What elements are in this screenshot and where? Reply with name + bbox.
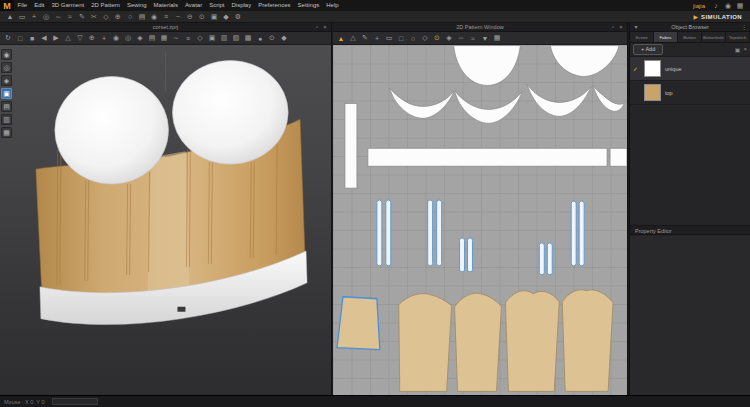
internal-polygon-icon[interactable]: ⊙	[431, 32, 443, 44]
pattern-waistband[interactable]	[368, 148, 607, 166]
pattern-crescent-2[interactable]	[455, 90, 523, 123]
notch-icon[interactable]: ▼	[479, 32, 491, 44]
tab-topstitch[interactable]: Topstitch	[726, 32, 750, 42]
boning-piece[interactable]	[428, 200, 433, 266]
dart-icon[interactable]: ◇	[419, 32, 431, 44]
free-sewing-icon[interactable]: ≈	[64, 11, 76, 23]
gravity-icon[interactable]: ⊖	[184, 11, 196, 23]
flatten-to-pattern-icon[interactable]: ▤	[136, 11, 148, 23]
top-view-icon[interactable]: △	[62, 32, 74, 44]
user-badge[interactable]: jiajia	[693, 3, 705, 9]
float-window-icon[interactable]: ▫	[313, 23, 321, 32]
pattern-strap[interactable]	[345, 103, 357, 188]
3d-window-titlebar[interactable]: corset.zprj ▫×	[0, 23, 331, 32]
transform-pattern-icon[interactable]: ▲	[335, 32, 347, 44]
tab-fabric[interactable]: Fabric	[654, 32, 678, 42]
panel-menu-icon[interactable]: ⋮	[740, 23, 748, 32]
settings-icon[interactable]: ⚙	[232, 11, 244, 23]
boning-piece[interactable]	[437, 200, 442, 266]
select-box-icon[interactable]: ▭	[16, 11, 28, 23]
detach-sewing-icon[interactable]: ✂	[88, 11, 100, 23]
object-browser-header[interactable]: ▾ Object Browser ⋮	[630, 23, 750, 32]
notification-speaker-icon[interactable]: ♪	[710, 0, 722, 12]
menu-2d-pattern[interactable]: 2D Pattern	[88, 0, 124, 11]
fabric-item-unique[interactable]: ✓unique	[630, 57, 750, 81]
bottom-view-icon[interactable]: ▽	[74, 32, 86, 44]
render-icon[interactable]: ◆	[220, 11, 232, 23]
menu-sewing[interactable]: Sewing	[123, 0, 150, 11]
show-strain-toggle-icon[interactable]: ▤	[1, 101, 12, 112]
segment-sewing-2d-icon[interactable]: ∼	[455, 32, 467, 44]
cup-left[interactable]	[55, 76, 169, 184]
show-xray-toggle-icon[interactable]: ◈	[1, 75, 12, 86]
trace-pattern-icon[interactable]: ◈	[443, 32, 455, 44]
garment-3d-render[interactable]	[0, 45, 331, 395]
show-mesh-icon[interactable]: ▦	[158, 32, 170, 44]
add-fabric-button[interactable]: + Add	[633, 44, 663, 55]
back-view-icon[interactable]: ■	[26, 32, 38, 44]
delete-fabric-icon[interactable]: ×	[743, 46, 747, 53]
copy-fabric-icon[interactable]: ▣	[735, 46, 741, 53]
rectangle-pattern-icon[interactable]: □	[395, 32, 407, 44]
close-window-icon[interactable]: ×	[321, 23, 329, 32]
show-shadow-icon[interactable]: ●	[254, 32, 266, 44]
edit-curvature-icon[interactable]: ✎	[359, 32, 371, 44]
pattern-crescent-4[interactable]	[593, 85, 624, 111]
free-sewing-2d-icon[interactable]: ≈	[467, 32, 479, 44]
tab-scene[interactable]: Scene	[630, 32, 654, 42]
right-view-icon[interactable]: ▶	[50, 32, 62, 44]
simulation-button[interactable]: ▶ SIMULATION	[693, 13, 750, 20]
pin-icon[interactable]: ◎	[40, 11, 52, 23]
menu-display[interactable]: Display	[228, 0, 255, 11]
2d-pattern-canvas[interactable]	[333, 45, 627, 395]
pattern-panel-front[interactable]	[399, 294, 452, 392]
show-pins-toggle-icon[interactable]: ◇	[194, 32, 206, 44]
pattern-crescent-3[interactable]	[527, 84, 591, 116]
3d-viewport[interactable]: ◉◎◈▣▤▥▦	[0, 45, 331, 395]
pattern-panel-side-back[interactable]	[505, 291, 559, 392]
boning-piece[interactable]	[571, 201, 576, 266]
transform-gizmo-icon[interactable]: +	[28, 11, 40, 23]
show-arrangement-points-icon[interactable]: ◎	[122, 32, 134, 44]
render-style-icon[interactable]: ◆	[278, 32, 290, 44]
left-view-icon[interactable]: ◀	[38, 32, 50, 44]
show-grid-icon[interactable]: ▩	[242, 32, 254, 44]
front-view-icon[interactable]: □	[14, 32, 26, 44]
boning-piece[interactable]	[460, 238, 465, 272]
pattern-cup-top-right[interactable]	[550, 46, 619, 77]
boning-piece[interactable]	[579, 201, 584, 266]
show-avatar-icon[interactable]: ◉	[110, 32, 122, 44]
add-point-icon[interactable]: +	[371, 32, 383, 44]
mesh-surface-icon[interactable]: ▧	[230, 32, 242, 44]
polygon-pattern-icon[interactable]: ▭	[383, 32, 395, 44]
menu-edit[interactable]: Edit	[31, 0, 48, 11]
pan-view-icon[interactable]: +	[98, 32, 110, 44]
boning-piece[interactable]	[547, 243, 552, 275]
collapse-chevron-icon[interactable]: ▾	[632, 23, 640, 32]
menu-preferences[interactable]: Preferences	[255, 0, 294, 11]
show-avatar-toggle-icon[interactable]: ◉	[1, 49, 12, 60]
cup-right[interactable]	[172, 60, 288, 164]
menu-script[interactable]: Script	[206, 0, 228, 11]
tack-icon[interactable]: ⊕	[112, 11, 124, 23]
show-garment-toggle-icon[interactable]: ▣	[1, 88, 12, 99]
camera-icon[interactable]: ⊙	[196, 11, 208, 23]
boning-piece[interactable]	[377, 200, 382, 266]
menu-help[interactable]: Help	[323, 0, 342, 11]
menu-file[interactable]: File	[14, 0, 31, 11]
segment-sewing-icon[interactable]: ∼	[52, 11, 64, 23]
fold-arrangement-icon[interactable]: ◇	[100, 11, 112, 23]
2d-window-titlebar[interactable]: 2D Pattern Window ▫×	[333, 23, 627, 32]
pattern-crescent-1[interactable]	[390, 88, 455, 118]
menu-3d-garment[interactable]: 3D Garment	[48, 0, 88, 11]
menu-settings[interactable]: Settings	[294, 0, 323, 11]
wind-controller-icon[interactable]: ~	[172, 11, 184, 23]
show-texture-2d-icon[interactable]: ▦	[491, 32, 503, 44]
menu-avatar[interactable]: Avatar	[181, 0, 205, 11]
steam-brush-icon[interactable]: ≡	[160, 11, 172, 23]
show-internal-lines-icon[interactable]: ≡	[182, 32, 194, 44]
pattern-cup-top-left[interactable]	[454, 46, 521, 86]
snapshot-icon[interactable]: ▣	[208, 11, 220, 23]
boning-piece[interactable]	[386, 200, 391, 266]
show-bounding-volume-icon[interactable]: ◈	[134, 32, 146, 44]
